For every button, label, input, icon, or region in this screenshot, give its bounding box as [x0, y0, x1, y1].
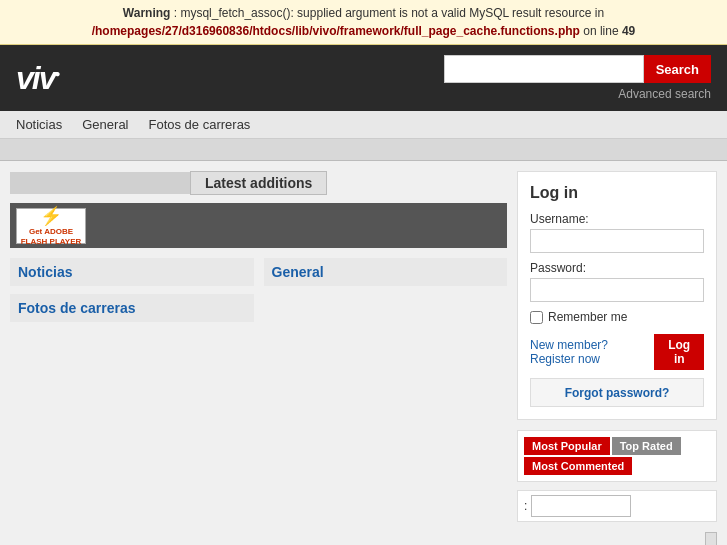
cat-col-right: General	[264, 258, 508, 330]
login-title: Log in	[530, 184, 704, 202]
cat-link-noticias[interactable]: Noticias	[10, 258, 254, 286]
password-label: Password:	[530, 261, 704, 275]
main-container: Latest additions ⚡ Get ADOBEFLASH PLAYER…	[0, 161, 727, 545]
remember-row: Remember me	[530, 310, 704, 324]
login-box: Log in Username: Password: Remember me N…	[517, 171, 717, 420]
cat-col-left: Noticias Fotos de carreras	[10, 258, 254, 330]
remember-checkbox[interactable]	[530, 311, 543, 324]
tab-most-commented[interactable]: Most Commented	[524, 457, 632, 475]
flash-banner: ⚡ Get ADOBEFLASH PLAYER	[10, 203, 507, 248]
login-button[interactable]: Log in	[654, 334, 704, 370]
flash-lightning-icon: ⚡	[40, 205, 62, 227]
flash-text: Get ADOBEFLASH PLAYER	[21, 227, 82, 246]
warning-message: : mysql_fetch_assoc(): supplied argument…	[174, 6, 604, 20]
nav-bar: Noticias General Fotos de carreras	[0, 111, 727, 139]
tab-top-rated[interactable]: Top Rated	[612, 437, 681, 455]
small-search-input[interactable]	[531, 495, 631, 517]
search-input[interactable]	[444, 55, 644, 83]
small-input-row: :	[517, 490, 717, 522]
search-button[interactable]: Search	[644, 55, 711, 83]
small-input-label: :	[524, 499, 527, 513]
header: viv● Search Advanced search	[0, 45, 727, 111]
header-right: Search Advanced search	[444, 55, 711, 101]
warning-file: /homepages/27/d316960836/htdocs/lib/vivo…	[92, 24, 580, 38]
username-input[interactable]	[530, 229, 704, 253]
latest-input-bar	[10, 172, 190, 194]
nav-item-fotos[interactable]: Fotos de carreras	[149, 117, 251, 132]
advanced-search-link[interactable]: Advanced search	[618, 87, 711, 101]
sub-nav-bar	[0, 139, 727, 161]
forgot-row: Forgot password?	[530, 378, 704, 407]
tab-most-popular[interactable]: Most Popular	[524, 437, 610, 455]
popular-tabs: Most Popular Top Rated Most Commented	[517, 430, 717, 482]
forgot-password-link[interactable]: Forgot password?	[565, 386, 670, 400]
sidebar: Log in Username: Password: Remember me N…	[517, 171, 717, 545]
nav-item-noticias[interactable]: Noticias	[16, 117, 62, 132]
latest-additions-label: Latest additions	[190, 171, 327, 195]
search-bar: Search	[444, 55, 711, 83]
scrollbar[interactable]	[705, 532, 717, 545]
login-actions: New member? Register now Log in	[530, 334, 704, 370]
categories: Noticias Fotos de carreras General	[10, 258, 507, 330]
warning-line-number: 49	[622, 24, 635, 38]
username-label: Username:	[530, 212, 704, 226]
warning-bar: Warning : mysql_fetch_assoc(): supplied …	[0, 0, 727, 45]
cat-link-general[interactable]: General	[264, 258, 508, 286]
logo: viv●	[16, 60, 59, 97]
remember-label: Remember me	[548, 310, 627, 324]
flash-icon[interactable]: ⚡ Get ADOBEFLASH PLAYER	[16, 208, 86, 244]
cat-link-fotos[interactable]: Fotos de carreras	[10, 294, 254, 322]
scrollbar-area	[517, 532, 717, 545]
content-area: Latest additions ⚡ Get ADOBEFLASH PLAYER…	[10, 171, 507, 330]
latest-additions-bar: Latest additions	[10, 171, 507, 195]
nav-item-general[interactable]: General	[82, 117, 128, 132]
password-input[interactable]	[530, 278, 704, 302]
warning-line-label: on line	[583, 24, 618, 38]
warning-label: Warning	[123, 6, 171, 20]
register-link[interactable]: New member? Register now	[530, 338, 654, 366]
